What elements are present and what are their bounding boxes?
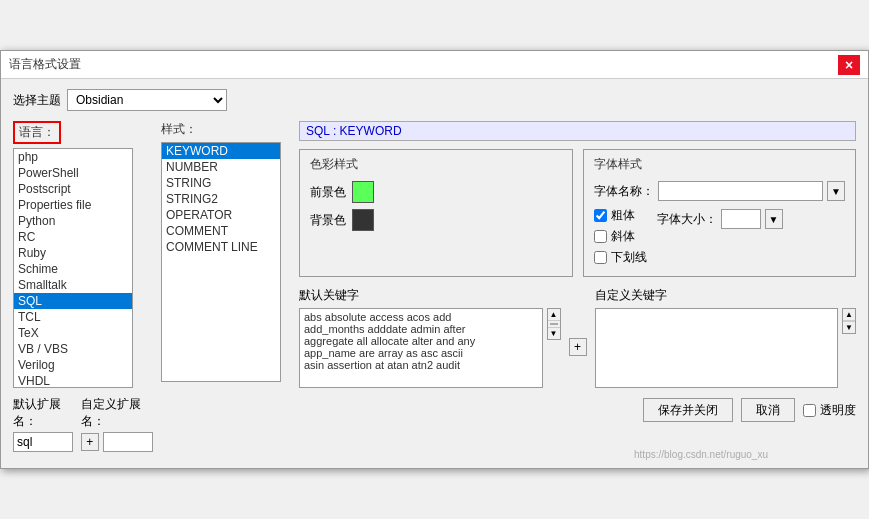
lang-item-python[interactable]: Python xyxy=(14,213,132,229)
checkboxes-col: 粗体 斜体 下划线 xyxy=(594,207,647,270)
style-item-number[interactable]: NUMBER xyxy=(162,159,280,175)
font-size-row: 字体大小： ▼ xyxy=(657,209,783,229)
kw-scroll-thumb xyxy=(550,323,558,325)
transparent-checkbox[interactable] xyxy=(803,404,816,417)
style-section-label: 样式： xyxy=(161,121,291,138)
fg-row: 前景色 xyxy=(310,181,562,203)
lang-item-vhdl[interactable]: VHDL xyxy=(14,373,132,388)
default-keywords-box-row: ▲ ▼ xyxy=(299,308,561,388)
right-top: 色彩样式 前景色 背景色 字体样式 xyxy=(299,149,856,277)
lang-item-vb_vbs[interactable]: VB / VBS xyxy=(14,341,132,357)
save-close-button[interactable]: 保存并关闭 xyxy=(643,398,733,422)
font-name-row: 字体名称： ▼ xyxy=(594,181,846,201)
default-keywords-title: 默认关键字 xyxy=(299,287,561,304)
kw-scroll-down[interactable]: ▼ xyxy=(548,327,560,339)
style-item-operator[interactable]: OPERATOR xyxy=(162,207,280,223)
left-panel: 语言： phpPowerShellPostscriptProperties fi… xyxy=(13,121,153,456)
watermark: https://blog.csdn.net/ruguo_xu xyxy=(634,449,768,460)
default-keywords-group: 默认关键字 ▲ ▼ xyxy=(299,287,561,388)
font-name-dropdown[interactable]: ▼ xyxy=(827,181,845,201)
font-size-label: 字体大小： xyxy=(657,211,717,228)
lang-item-smalltalk[interactable]: Smalltalk xyxy=(14,277,132,293)
custom-ext-row: + xyxy=(81,432,153,452)
lang-item-tex[interactable]: TeX xyxy=(14,325,132,341)
italic-checkbox[interactable] xyxy=(594,230,607,243)
transparent-label: 透明度 xyxy=(820,402,856,419)
color-style-title: 色彩样式 xyxy=(310,156,562,173)
title-bar: 语言格式设置 × xyxy=(1,51,868,79)
color-style-group: 色彩样式 前景色 背景色 xyxy=(299,149,573,277)
font-size-dropdown[interactable]: ▼ xyxy=(765,209,783,229)
underline-label: 下划线 xyxy=(611,249,647,266)
default-ext-row xyxy=(13,432,75,452)
lang-item-postscript[interactable]: Postscript xyxy=(14,181,132,197)
font-style-title: 字体样式 xyxy=(594,156,846,173)
default-ext-input[interactable] xyxy=(13,432,73,452)
bold-row: 粗体 xyxy=(594,207,647,224)
keywords-area: 默认关键字 ▲ ▼ + xyxy=(299,287,856,388)
close-button[interactable]: × xyxy=(838,55,860,75)
bold-label: 粗体 xyxy=(611,207,635,224)
font-name-label: 字体名称： xyxy=(594,183,654,200)
keywords-plus-btn[interactable]: + xyxy=(569,338,587,356)
custom-ext-section: 自定义扩展名： + xyxy=(81,396,153,456)
custom-kw-scroll-up[interactable]: ▲ xyxy=(843,309,855,321)
current-style-bar: SQL : KEYWORD xyxy=(299,121,856,141)
style-item-string[interactable]: STRING xyxy=(162,175,280,191)
font-name-input[interactable] xyxy=(658,181,824,201)
middle-panel: 样式： KEYWORDNUMBERSTRINGSTRING2OPERATORCO… xyxy=(161,121,291,456)
style-item-comment[interactable]: COMMENT xyxy=(162,223,280,239)
plus-separator: + xyxy=(569,287,587,388)
lang-item-schime[interactable]: Schime xyxy=(14,261,132,277)
transparent-row: 透明度 xyxy=(803,402,856,419)
custom-ext-input[interactable] xyxy=(103,432,153,452)
theme-select[interactable]: Obsidian Default Dark xyxy=(67,89,227,111)
default-keywords-textarea[interactable] xyxy=(299,308,543,388)
fg-label: 前景色 xyxy=(310,184,346,201)
lang-list[interactable]: phpPowerShellPostscriptProperties filePy… xyxy=(13,148,133,388)
custom-keywords-group: 自定义关键字 ▲ ▼ xyxy=(595,287,857,388)
main-area: 语言： phpPowerShellPostscriptProperties fi… xyxy=(13,121,856,456)
custom-keywords-title: 自定义关键字 xyxy=(595,287,857,304)
dialog-window: 语言格式设置 × 选择主题 Obsidian Default Dark 语言： … xyxy=(0,50,869,469)
cancel-button[interactable]: 取消 xyxy=(741,398,795,422)
lang-item-ruby[interactable]: Ruby xyxy=(14,245,132,261)
lang-item-powershell[interactable]: PowerShell xyxy=(14,165,132,181)
lang-section-label: 语言： xyxy=(13,121,61,144)
custom-kw-scroll-down[interactable]: ▼ xyxy=(843,321,855,333)
style-item-string2[interactable]: STRING2 xyxy=(162,191,280,207)
default-kw-scrollbar[interactable]: ▲ ▼ xyxy=(547,308,561,340)
custom-keywords-textarea[interactable] xyxy=(595,308,839,388)
lang-item-tcl[interactable]: TCL xyxy=(14,309,132,325)
underline-checkbox[interactable] xyxy=(594,251,607,264)
theme-label: 选择主题 xyxy=(13,92,61,109)
underline-row: 下划线 xyxy=(594,249,647,266)
lang-item-properties[interactable]: Properties file xyxy=(14,197,132,213)
kw-scroll-up[interactable]: ▲ xyxy=(548,309,560,321)
font-size-input[interactable] xyxy=(721,209,761,229)
ext-plus-btn[interactable]: + xyxy=(81,433,99,451)
bg-label: 背景色 xyxy=(310,212,346,229)
custom-keywords-box-row: ▲ ▼ xyxy=(595,308,857,388)
font-style-group: 字体样式 字体名称： ▼ 粗体 xyxy=(583,149,857,277)
dialog-title: 语言格式设置 xyxy=(9,56,81,73)
italic-label: 斜体 xyxy=(611,228,635,245)
lang-item-php[interactable]: php xyxy=(14,149,132,165)
fg-color-swatch[interactable] xyxy=(352,181,374,203)
bold-checkbox[interactable] xyxy=(594,209,607,222)
default-ext-label: 默认扩展名： xyxy=(13,396,75,430)
lang-item-verilog[interactable]: Verilog xyxy=(14,357,132,373)
lang-item-sql[interactable]: SQL xyxy=(14,293,132,309)
theme-row: 选择主题 Obsidian Default Dark xyxy=(13,89,856,111)
custom-kw-scrollbar[interactable]: ▲ ▼ xyxy=(842,308,856,334)
style-item-keyword[interactable]: KEYWORD xyxy=(162,143,280,159)
style-item-comment_line[interactable]: COMMENT LINE xyxy=(162,239,280,255)
default-ext-section: 默认扩展名： xyxy=(13,396,75,456)
bottom-buttons: 保存并关闭 取消 透明度 xyxy=(299,398,856,422)
bg-row: 背景色 xyxy=(310,209,562,231)
style-list[interactable]: KEYWORDNUMBERSTRINGSTRING2OPERATORCOMMEN… xyxy=(161,142,281,382)
right-panel: SQL : KEYWORD 色彩样式 前景色 背景色 xyxy=(299,121,856,456)
custom-ext-label: 自定义扩展名： xyxy=(81,396,153,430)
bg-color-swatch[interactable] xyxy=(352,209,374,231)
lang-item-rc[interactable]: RC xyxy=(14,229,132,245)
